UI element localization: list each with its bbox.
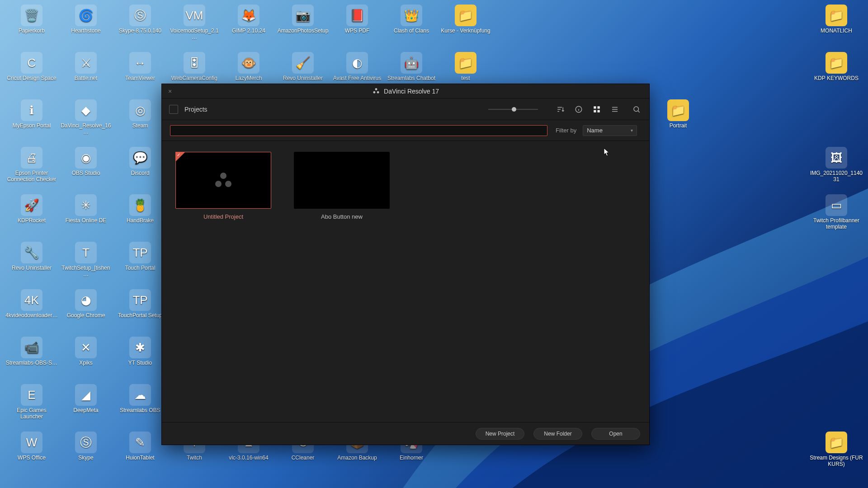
shortcut-label: Revo Uninstaller	[283, 75, 323, 82]
info-icon[interactable]	[573, 104, 584, 115]
shortcut-icon: ↔	[129, 52, 151, 74]
desktop-shortcut[interactable]: 🦊GIMP 2.10.24	[222, 2, 276, 49]
desktop-shortcut[interactable]: 📁Kurse - Verknüpfung	[439, 2, 493, 49]
desktop-shortcut[interactable]: ✱YT Studio	[113, 334, 167, 381]
project-card[interactable]: Untitled Project	[175, 152, 271, 220]
desktop-shortcut[interactable]: ⓈSkype	[59, 429, 113, 476]
project-card[interactable]: Abo Button new	[294, 152, 390, 220]
shortcut-icon: E	[21, 384, 42, 406]
desktop-shortcut[interactable]: ✎HuionTablet	[113, 429, 167, 476]
shortcut-label: Skype	[78, 455, 93, 461]
search-icon[interactable]	[631, 104, 642, 115]
desktop-shortcut[interactable]: ◉OBS Studio	[59, 144, 113, 192]
sort-icon[interactable]	[555, 104, 566, 115]
desktop-shortcut[interactable]: 📁Stream Designs (FÜR KURS)	[809, 429, 863, 476]
desktop-shortcut[interactable]: 🍍HandBrake	[113, 192, 167, 239]
svg-point-2	[377, 91, 379, 93]
desktop-shortcut[interactable]: ▭Twitch Profilbanner template	[809, 192, 863, 239]
shortcut-icon: ✕	[75, 337, 97, 358]
search-input[interactable]	[170, 125, 547, 136]
shortcut-label: OBS Studio	[72, 170, 100, 177]
desktop-shortcut[interactable]: 📕WPS PDF	[330, 2, 384, 49]
filter-dropdown-value: Name	[587, 127, 603, 134]
shortcut-icon: 🎛	[184, 52, 205, 74]
desktop-shortcut[interactable]: 🖨Epson Printer Connection Checker	[5, 144, 59, 192]
new-folder-button[interactable]: New Folder	[533, 428, 582, 440]
shortcut-icon: W	[21, 432, 42, 453]
shortcut-label: Hearthstone	[71, 28, 100, 34]
list-view-icon[interactable]	[609, 104, 620, 115]
shortcut-icon: 📁	[455, 52, 476, 74]
shortcut-label: HuionTablet	[126, 455, 154, 461]
breadcrumb[interactable]: Projects	[184, 106, 208, 113]
desktop-shortcut[interactable]: ⓈSkype-8.75.0.140	[113, 2, 167, 49]
shortcut-label: HandBrake	[127, 218, 154, 224]
desktop-shortcut[interactable]: ⚔Battle.net	[59, 49, 113, 97]
desktop-shortcut[interactable]: EEpic Games Launcher	[5, 381, 59, 429]
filter-dropdown[interactable]: Name ▾	[583, 125, 637, 136]
desktop-shortcut[interactable]: VMVoicemodSetup_2.1…	[167, 2, 222, 49]
toolbar: Projects	[162, 99, 649, 120]
sidebar-toggle-icon[interactable]	[169, 105, 178, 114]
close-icon[interactable]: ×	[168, 88, 172, 95]
shortcut-icon: TP	[129, 289, 151, 311]
desktop-shortcut[interactable]: 📁MONATLICH	[809, 2, 863, 49]
shortcut-icon: ◎	[129, 99, 151, 121]
desktop-shortcut[interactable]: ◆DaVinci_Resolve_16…	[59, 97, 113, 144]
desktop-shortcut[interactable]: ☁Streamlabs OBS	[113, 381, 167, 429]
shortcut-label: WPS Office	[18, 455, 46, 461]
shortcut-icon: 📁	[455, 5, 476, 26]
desktop-shortcut[interactable]: TTwitchSetup_[tishen…	[59, 239, 113, 286]
shortcut-icon: 🚀	[21, 194, 42, 216]
project-name: Abo Button new	[321, 213, 363, 220]
desktop-shortcut[interactable]: 4K4kvideodownloader…	[5, 286, 59, 334]
shortcut-icon: 📷	[292, 5, 314, 26]
desktop-shortcut[interactable]: TPTouch Portal	[113, 239, 167, 286]
desktop-shortcut[interactable]: ℹMyEpson Portal	[5, 97, 59, 144]
shortcut-icon: ◐	[346, 52, 368, 74]
shortcut-icon: 4K	[21, 289, 42, 311]
svg-rect-5	[598, 106, 600, 108]
shortcut-icon: 📹	[21, 337, 42, 358]
shortcut-label: MyEpson Portal	[13, 123, 51, 129]
desktop-shortcut[interactable]: 📁Portrait	[651, 97, 705, 144]
desktop-shortcut[interactable]: TPTouchPortal Setup	[113, 286, 167, 334]
project-thumbnail	[175, 152, 271, 209]
shortcut-label: Twitch Profilbanner template	[810, 218, 863, 230]
desktop-shortcut[interactable]: 🗑️Papierkorb	[5, 2, 59, 49]
desktop-shortcut[interactable]: 📁KDP KEYWORDS	[809, 49, 863, 97]
davinci-logo-icon	[372, 87, 380, 95]
shortcut-label: LazyMerch	[236, 75, 262, 82]
desktop-shortcut[interactable]: ◕Google Chrome	[59, 286, 113, 334]
shortcut-label: test	[461, 75, 470, 82]
desktop-shortcut[interactable]: 👑Clash of Clans	[384, 2, 439, 49]
shortcut-label: Cricut Design Space	[7, 75, 56, 82]
desktop-shortcut[interactable]: ✳Fiesta Online DE	[59, 192, 113, 239]
new-project-button[interactable]: New Project	[476, 428, 524, 440]
shortcut-label: Revo Uninstaller	[12, 265, 52, 272]
grid-view-icon[interactable]	[591, 104, 602, 115]
desktop-shortcut[interactable]: ◎Steam	[113, 97, 167, 144]
desktop-shortcut[interactable]: WWPS Office	[5, 429, 59, 476]
desktop-shortcut[interactable]: 💬Discord	[113, 144, 167, 192]
desktop-shortcut[interactable]: 🌀Hearthstone	[59, 2, 113, 49]
svg-point-11	[225, 181, 231, 187]
desktop-shortcut[interactable]: ↔TeamViewer	[113, 49, 167, 97]
desktop-shortcut[interactable]: ✕Xpiks	[59, 334, 113, 381]
shortcut-icon: 🖨	[21, 147, 42, 169]
desktop-shortcut[interactable]: 📹Streamlabs-OBS-S…	[5, 334, 59, 381]
shortcut-icon: ✎	[129, 432, 151, 453]
desktop-shortcut[interactable]: CCricut Design Space	[5, 49, 59, 97]
thumbnail-size-slider[interactable]	[488, 109, 538, 110]
open-button[interactable]: Open	[591, 428, 640, 440]
shortcut-icon: 👑	[401, 5, 422, 26]
shortcut-icon: TP	[129, 242, 151, 263]
desktop-shortcut[interactable]: 🚀KDPRocket	[5, 192, 59, 239]
shortcut-label: VoicemodSetup_2.1…	[168, 28, 221, 41]
desktop-shortcut[interactable]: 🖼IMG_20211020_114031	[809, 144, 863, 192]
desktop-shortcut[interactable]: 📷AmazonPhotosSetup	[276, 2, 330, 49]
desktop-shortcut[interactable]: 🔧Revo Uninstaller	[5, 239, 59, 286]
desktop-shortcut[interactable]: ◢DeepMeta	[59, 381, 113, 429]
shortcut-label: Battle.net	[75, 75, 98, 82]
shortcut-label: Discord	[131, 170, 150, 177]
